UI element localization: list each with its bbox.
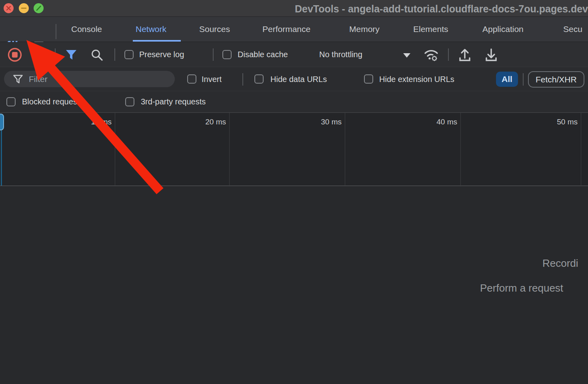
invert-label[interactable]: Invert bbox=[202, 67, 222, 91]
type-filter-fetch-xhr-button[interactable]: Fetch/XHR bbox=[528, 71, 584, 88]
timeline-tick-10ms: 10 ms bbox=[68, 118, 112, 126]
close-window-button[interactable] bbox=[4, 3, 14, 13]
zoom-window-button[interactable] bbox=[34, 3, 44, 13]
devtools-window: DevTools - angela-add-tutorial.cloudflar… bbox=[0, 0, 588, 384]
hide-data-urls-checkbox[interactable] bbox=[254, 74, 264, 84]
record-network-log-icon[interactable] bbox=[8, 48, 22, 62]
clear-network-log-icon[interactable] bbox=[34, 48, 46, 61]
invert-checkbox[interactable] bbox=[187, 74, 196, 84]
overview-window-edge bbox=[1, 130, 2, 186]
network-overview-timeline[interactable]: 10 ms 20 ms 30 ms 40 ms 50 ms bbox=[0, 112, 588, 186]
tabbar-separator bbox=[56, 24, 56, 39]
blocked-requests-label[interactable]: Blocked requests bbox=[22, 91, 83, 112]
overview-window-handle[interactable] bbox=[0, 114, 4, 130]
filter-placeholder: Filter bbox=[29, 71, 48, 87]
timeline-tick-50ms: 50 ms bbox=[534, 118, 578, 126]
filter-separator bbox=[242, 73, 243, 86]
timeline-gridline bbox=[460, 113, 461, 186]
hide-extension-urls-label[interactable]: Hide extension URLs bbox=[379, 67, 454, 91]
type-filter-all-button[interactable]: All bbox=[496, 72, 518, 87]
toolbar-separator bbox=[114, 48, 115, 61]
third-party-requests-label[interactable]: 3rd-party requests bbox=[141, 91, 206, 112]
funnel-outline-icon bbox=[13, 74, 23, 84]
filter-separator bbox=[523, 73, 524, 86]
timeline-tick-40ms: 40 ms bbox=[413, 118, 457, 126]
toolbar-separator bbox=[448, 48, 449, 61]
timeline-gridline bbox=[115, 113, 115, 186]
title-bar: DevTools - angela-add-tutorial.cloudflar… bbox=[0, 0, 588, 17]
preserve-log-label[interactable]: Preserve log bbox=[139, 42, 184, 67]
timeline-tick-30ms: 30 ms bbox=[298, 118, 342, 126]
hide-data-urls-label[interactable]: Hide data URLs bbox=[270, 67, 327, 91]
throttling-select[interactable]: No throttling bbox=[319, 42, 362, 67]
search-icon[interactable] bbox=[90, 48, 104, 62]
import-har-icon[interactable] bbox=[457, 48, 473, 63]
tab-memory[interactable]: Memory bbox=[349, 17, 380, 42]
filter-funnel-icon[interactable] bbox=[65, 49, 78, 61]
tab-network[interactable]: Network bbox=[136, 17, 166, 42]
disable-cache-label[interactable]: Disable cache bbox=[238, 42, 288, 67]
active-tab-underline bbox=[133, 40, 181, 42]
devtools-tabbar: Console Network Sources Performance Memo… bbox=[0, 17, 588, 42]
window-title: DevTools - angela-add-tutorial.cloudflar… bbox=[295, 0, 588, 17]
filter-input[interactable]: Filter bbox=[4, 71, 175, 87]
timeline-gridline bbox=[581, 113, 581, 186]
blocked-requests-checkbox[interactable] bbox=[6, 97, 16, 106]
network-filter-row: Filter Invert Hide data URLs Hide extens… bbox=[0, 67, 588, 91]
network-conditions-icon[interactable] bbox=[422, 47, 440, 62]
network-filter-row2: Blocked requests 3rd-party requests bbox=[0, 91, 588, 112]
chevron-down-icon[interactable] bbox=[402, 52, 411, 58]
hide-extension-urls-checkbox[interactable] bbox=[364, 74, 373, 84]
toolbar-separator bbox=[213, 48, 214, 61]
timeline-gridline bbox=[345, 113, 345, 186]
recording-status-text: Recordi bbox=[542, 257, 578, 270]
tab-security[interactable]: Secu bbox=[563, 17, 582, 42]
network-toolbar: Preserve log Disable cache No throttling bbox=[0, 42, 588, 67]
third-party-requests-checkbox[interactable] bbox=[125, 97, 134, 106]
tab-elements[interactable]: Elements bbox=[413, 17, 448, 42]
tab-application[interactable]: Application bbox=[482, 17, 524, 42]
toolbar-separator bbox=[55, 48, 56, 61]
tab-sources[interactable]: Sources bbox=[199, 17, 230, 42]
export-har-icon[interactable] bbox=[483, 48, 499, 63]
timeline-gridline bbox=[229, 113, 230, 186]
tab-performance[interactable]: Performance bbox=[262, 17, 310, 42]
disable-cache-checkbox[interactable] bbox=[222, 50, 232, 59]
preserve-log-checkbox[interactable] bbox=[124, 50, 134, 59]
tab-console[interactable]: Console bbox=[71, 17, 102, 42]
perform-request-hint-text: Perform a request bbox=[480, 282, 563, 294]
timeline-tick-20ms: 20 ms bbox=[182, 118, 226, 126]
minimize-window-button[interactable] bbox=[19, 3, 29, 13]
